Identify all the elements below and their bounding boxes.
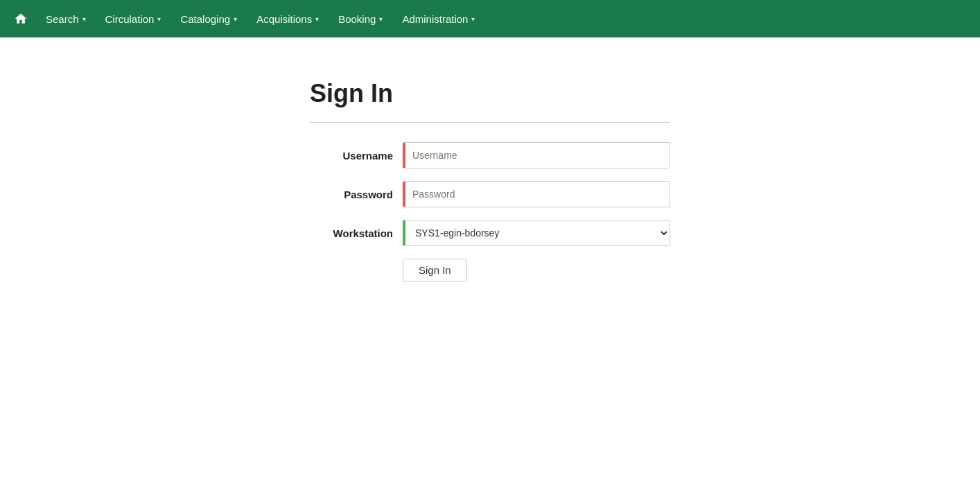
home-button[interactable] — [7, 6, 35, 31]
nav-cataloging-chevron: ▾ — [234, 15, 237, 23]
nav-administration-label: Administration — [402, 13, 468, 25]
nav-administration[interactable]: Administration ▾ — [394, 8, 483, 31]
nav-acquisitions-label: Acquisitions — [256, 13, 312, 25]
workstation-select[interactable]: SYS1-egin-bdorsey — [403, 220, 670, 246]
workstation-label: Workstation — [310, 227, 393, 239]
home-icon — [14, 12, 28, 26]
nav-booking-chevron: ▾ — [379, 15, 383, 23]
nav-search[interactable]: Search ▾ — [37, 8, 94, 31]
nav-circulation[interactable]: Circulation ▾ — [97, 8, 170, 31]
workstation-group: Workstation SYS1-egin-bdorsey — [310, 220, 670, 246]
sign-in-container: Sign In Username Password Workstation SY… — [310, 79, 670, 282]
nav-circulation-label: Circulation — [105, 13, 155, 25]
nav-booking[interactable]: Booking ▾ — [330, 8, 391, 31]
password-input[interactable] — [403, 181, 670, 207]
username-input[interactable] — [403, 142, 670, 168]
nav-booking-label: Booking — [338, 13, 376, 25]
nav-search-chevron: ▾ — [82, 15, 86, 23]
page-title: Sign In — [310, 79, 670, 108]
nav-cataloging-label: Cataloging — [180, 13, 230, 25]
nav-acquisitions[interactable]: Acquisitions ▾ — [248, 8, 327, 31]
username-label: Username — [310, 150, 393, 162]
nav-administration-chevron: ▾ — [471, 15, 475, 23]
nav-circulation-chevron: ▾ — [157, 15, 161, 23]
main-content: Sign In Username Password Workstation SY… — [0, 37, 980, 282]
password-label: Password — [310, 189, 393, 200]
username-group: Username — [310, 142, 670, 168]
nav-acquisitions-chevron: ▾ — [315, 15, 319, 23]
title-divider — [310, 122, 670, 123]
password-group: Password — [310, 181, 670, 207]
nav-search-label: Search — [46, 13, 79, 25]
sign-in-button[interactable]: Sign In — [403, 259, 467, 282]
navbar: Search ▾ Circulation ▾ Cataloging ▾ Acqu… — [0, 0, 980, 37]
nav-cataloging[interactable]: Cataloging ▾ — [172, 8, 245, 31]
